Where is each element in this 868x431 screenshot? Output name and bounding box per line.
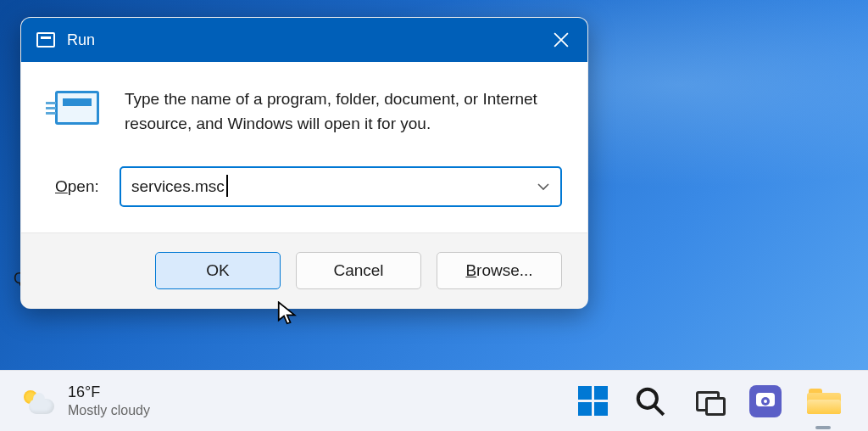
file-explorer-button[interactable] (807, 385, 839, 417)
folder-icon (807, 389, 839, 414)
search-button[interactable] (634, 385, 666, 417)
button-row: OK Cancel Browse... (21, 232, 587, 308)
chat-icon (749, 385, 782, 417)
run-icon (55, 91, 99, 125)
browse-button[interactable]: Browse... (437, 252, 562, 289)
start-button[interactable] (576, 385, 609, 417)
open-combobox[interactable] (120, 166, 562, 207)
windows-logo-icon (578, 386, 608, 416)
weather-widget[interactable]: 16°F Mostly cloudy (22, 383, 150, 418)
taskview-button[interactable] (692, 385, 724, 417)
cancel-button[interactable]: Cancel (296, 252, 421, 289)
close-icon (554, 32, 569, 48)
open-input[interactable] (120, 166, 562, 207)
active-indicator (815, 426, 831, 429)
run-dialog: Run Type the name of a program, folder, … (20, 17, 588, 309)
taskview-icon (696, 391, 720, 411)
taskbar: 16°F Mostly cloudy (0, 370, 868, 431)
text-caret (226, 175, 228, 197)
open-label: Open: (55, 177, 104, 196)
svg-point-0 (638, 389, 657, 407)
dialog-title: Run (67, 31, 95, 49)
ok-button[interactable]: OK (155, 252, 281, 289)
weather-temperature: 16°F (68, 383, 150, 402)
weather-condition: Mostly cloudy (68, 402, 150, 418)
run-title-icon (36, 32, 55, 48)
search-icon (634, 385, 666, 417)
dialog-body: Type the name of a program, folder, docu… (21, 62, 587, 232)
titlebar[interactable]: Run (21, 18, 587, 62)
svg-line-1 (655, 406, 664, 414)
chat-button[interactable] (749, 385, 782, 417)
weather-icon (22, 389, 54, 414)
dialog-description: Type the name of a program, folder, docu… (125, 87, 562, 136)
close-button[interactable] (535, 18, 587, 62)
